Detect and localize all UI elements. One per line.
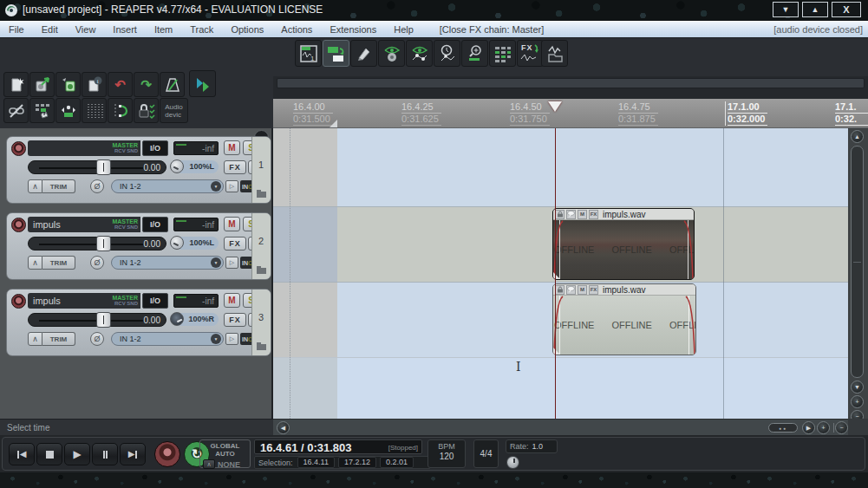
- pan-control[interactable]: 100%L: [170, 237, 219, 251]
- new-project-icon[interactable]: [3, 72, 29, 97]
- track-panel-1[interactable]: MASTER RCV SND I/O -inf M S 0.00 100%L F…: [6, 136, 271, 204]
- media-item-1[interactable]: M FX impuls.wav OFFLINEOFFLINEOFFLI...: [552, 208, 695, 280]
- pan-knob[interactable]: [170, 159, 184, 173]
- menu-file[interactable]: File: [0, 24, 33, 35]
- phase-button[interactable]: Ø: [90, 332, 104, 346]
- mute-button[interactable]: M: [224, 293, 240, 308]
- lock-icon[interactable]: [134, 98, 159, 123]
- track-row-1[interactable]: [273, 128, 848, 206]
- rate-display[interactable]: Rate: 1.0: [506, 439, 558, 453]
- zoom-in-h-button[interactable]: +: [817, 421, 830, 434]
- fx-route-icon[interactable]: FX: [517, 40, 544, 67]
- transport-position-display[interactable]: 16.4.61 / 0:31.803 [Stopped]: [254, 439, 422, 454]
- media-explorer-icon[interactable]: [541, 40, 568, 67]
- menu-insert[interactable]: Insert: [104, 24, 146, 35]
- bpm-display[interactable]: BPM 120: [427, 439, 466, 468]
- grouping-icon[interactable]: [29, 98, 55, 123]
- envelope-move-icon[interactable]: [55, 98, 81, 123]
- input-select[interactable]: IN 1-2 ▼: [111, 179, 224, 193]
- menu-close-fx-chain[interactable]: [Close FX chain: Master]: [431, 24, 552, 35]
- menu-view[interactable]: View: [67, 24, 105, 35]
- record-arm-button[interactable]: [11, 141, 26, 156]
- track-view-icon[interactable]: 1: [295, 40, 322, 67]
- monitor-button[interactable]: ▷: [225, 180, 238, 192]
- time-selection-display[interactable]: Selection: 16.4.11 17.2.12 0.2.01: [254, 456, 431, 469]
- menu-help[interactable]: Help: [385, 24, 422, 35]
- title-bar[interactable]: [unsaved project] - REAPER v4.77/x64 - E…: [0, 0, 868, 21]
- docker-bar[interactable]: [277, 78, 865, 88]
- volume-fader[interactable]: 0.00: [28, 313, 166, 327]
- arrange-empty-area[interactable]: [273, 357, 848, 419]
- mute-button[interactable]: M: [224, 140, 240, 155]
- stop-button[interactable]: [36, 443, 62, 465]
- zoom-icon[interactable]: [461, 40, 488, 67]
- trim-arrow-icon[interactable]: ∧: [28, 179, 42, 193]
- track-name[interactable]: impuls: [28, 219, 112, 230]
- menu-options[interactable]: Options: [222, 24, 272, 35]
- scroll-down-button[interactable]: ▼: [851, 381, 864, 394]
- trim-arrow-icon[interactable]: ∧: [28, 332, 42, 346]
- undo-icon[interactable]: ↶: [108, 72, 133, 97]
- fade-out-curve[interactable]: [683, 220, 694, 280]
- fx-button[interactable]: FX: [224, 160, 246, 174]
- play-button[interactable]: ▶: [64, 443, 90, 465]
- io-button[interactable]: I/O: [142, 293, 168, 309]
- io-button[interactable]: I/O: [142, 140, 168, 156]
- selection-start[interactable]: 16.4.11: [297, 457, 335, 468]
- item-mute-button[interactable]: M: [578, 285, 587, 295]
- track-number-column[interactable]: 2: [251, 213, 271, 279]
- rate-knob[interactable]: [506, 456, 519, 469]
- item-edit-icon[interactable]: [323, 40, 349, 67]
- scroll-left-button[interactable]: ◀: [277, 421, 290, 434]
- io-button[interactable]: I/O: [142, 217, 168, 232]
- fade-out-curve[interactable]: [685, 296, 695, 355]
- item-mute-button[interactable]: M: [578, 210, 587, 219]
- minimize-button[interactable]: ▼: [773, 2, 799, 17]
- phase-button[interactable]: Ø: [90, 256, 104, 270]
- clock-envelope-icon[interactable]: [434, 40, 460, 67]
- pause-button[interactable]: [92, 443, 118, 465]
- grid-icon[interactable]: [82, 98, 107, 123]
- item-lock-icon[interactable]: [555, 210, 565, 219]
- mute-button[interactable]: M: [224, 217, 240, 231]
- input-select[interactable]: IN 1-2 ▼: [111, 256, 224, 270]
- volume-fader[interactable]: 0.00: [28, 237, 166, 251]
- fader-handle[interactable]: [96, 312, 111, 328]
- global-automation-box[interactable]: GLOBAL AUTO ∧ NONE: [199, 439, 251, 468]
- item-fx-button[interactable]: FX: [589, 285, 598, 295]
- grid-matrix-icon[interactable]: [489, 40, 516, 67]
- time-selection-start-marker[interactable]: [329, 120, 337, 128]
- time-signature-display[interactable]: 4/4: [473, 439, 499, 468]
- item-lock-icon[interactable]: [555, 285, 565, 295]
- scroll-right-button[interactable]: ▶: [802, 421, 815, 434]
- folder-icon[interactable]: [257, 268, 266, 274]
- record-arm-button[interactable]: [11, 218, 26, 232]
- item-notes-icon[interactable]: [566, 210, 576, 219]
- metronome-icon[interactable]: [160, 72, 185, 97]
- fader-handle[interactable]: [96, 159, 111, 175]
- record-arm-button[interactable]: [11, 294, 26, 309]
- item-fx-button[interactable]: FX: [589, 210, 598, 219]
- snap-icon[interactable]: [108, 98, 133, 123]
- trim-control[interactable]: ∧ TRIM: [28, 256, 75, 270]
- open-project-icon[interactable]: [29, 72, 55, 97]
- track-name-row[interactable]: MASTER RCV SND: [28, 140, 140, 156]
- pan-control[interactable]: 100%R: [170, 313, 219, 327]
- zoom-out-h-button[interactable]: −: [835, 421, 848, 434]
- go-to-end-button[interactable]: ▶: [120, 443, 146, 465]
- go-to-start-button[interactable]: ◀: [9, 443, 35, 465]
- volume-fader[interactable]: 0.00: [28, 160, 166, 174]
- folder-icon[interactable]: [257, 344, 266, 350]
- zoom-in-v-button[interactable]: +: [851, 395, 864, 408]
- pencil-icon[interactable]: [350, 40, 377, 67]
- selection-end[interactable]: 17.2.12: [338, 457, 376, 468]
- vertical-scrollbar[interactable]: ▲ ▼ + −: [848, 128, 868, 419]
- save-project-icon[interactable]: [55, 72, 81, 97]
- selection-length[interactable]: 0.2.01: [380, 457, 414, 468]
- audio-device-button[interactable]: Audio devic: [160, 98, 188, 123]
- redo-icon[interactable]: ↷: [134, 72, 159, 97]
- track-name-row[interactable]: impuls MASTER RCV SND: [28, 293, 140, 309]
- trim-control[interactable]: ∧ TRIM: [28, 179, 75, 193]
- track-number-column[interactable]: 1: [251, 137, 271, 203]
- trim-arrow-icon[interactable]: ∧: [28, 256, 42, 270]
